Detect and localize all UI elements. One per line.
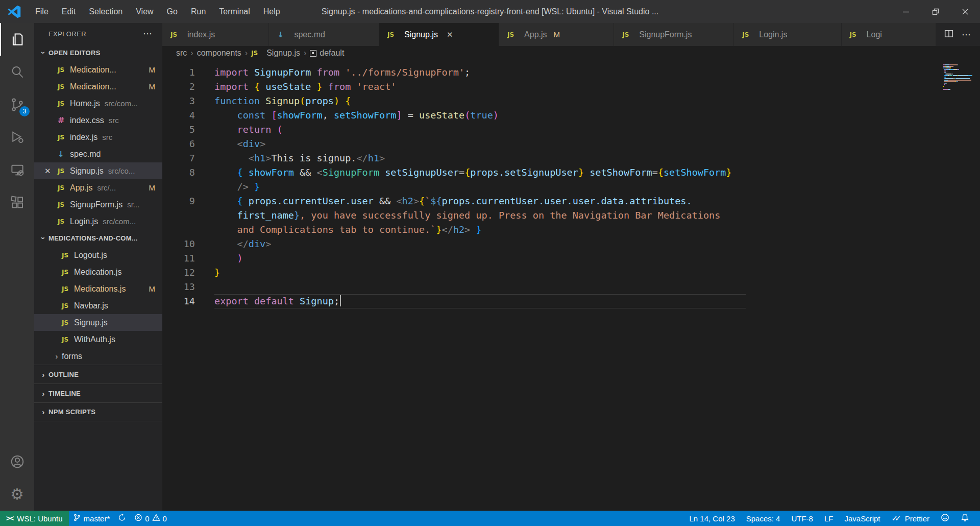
menu-file[interactable]: File [29,0,55,23]
indentation-item[interactable]: Spaces: 4 [741,511,786,526]
menu-edit[interactable]: Edit [55,0,83,23]
open-editor-home-js[interactable]: JSHome.jssrc/com... [34,95,162,112]
notifications-item[interactable] [955,511,975,526]
tree-item-forms[interactable]: ›forms [34,348,162,365]
source-control-icon[interactable]: 3 [0,88,34,121]
code-line[interactable]: 12} [162,266,980,280]
code-line[interactable]: /> } [162,180,980,194]
menu-selection[interactable]: Selection [82,0,129,23]
menu-run[interactable]: Run [184,0,212,23]
code-line[interactable]: 8 { showForm && <SignupForm setSignupUse… [162,165,980,180]
breadcrumb-src[interactable]: src [176,49,187,58]
views-and-more-actions-icon[interactable]: ⋯ [143,28,153,39]
open-editor-medication[interactable]: JSMedication...M [34,61,162,78]
restore-button[interactable] [921,0,950,23]
tree-item-withauth-js[interactable]: JSWithAuth.js [34,331,162,348]
js-file-icon: JS [507,31,520,38]
extensions-icon[interactable] [0,186,34,219]
open-editor-app-js[interactable]: JSApp.jssrc/...M [34,179,162,196]
tab-index-js[interactable]: JSindex.js [162,23,269,46]
js-file-icon: JS [622,31,634,38]
tree-item-medications-js[interactable]: JSMedications.jsM [34,280,162,297]
language-mode-item[interactable]: JavaScript [839,511,886,526]
close-icon[interactable]: ✕ [44,166,58,176]
menu-view[interactable]: View [129,0,160,23]
tab-app-js[interactable]: JSApp.jsM [499,23,614,46]
git-branch-item[interactable]: master* [69,511,114,526]
code-line[interactable]: 1import SignupForm from '../forms/Signup… [162,65,980,80]
md-file-icon: ↓ [277,30,289,39]
minimap-line [943,78,973,79]
section-title: OUTLINE [48,371,79,378]
close-window-button[interactable] [950,0,980,23]
code-line[interactable]: 9 { props.currentUser.user && <h2>{`${pr… [162,194,980,208]
breadcrumb-components[interactable]: components [197,49,241,58]
section-npm-scripts[interactable]: ›NPM SCRIPTS [34,402,162,421]
open-editor-index-css[interactable]: #index.csssrc [34,112,162,129]
feedback-item[interactable] [935,511,955,526]
eol-item[interactable]: LF [819,511,839,526]
split-editor-icon[interactable] [944,29,953,40]
sync-changes-button[interactable] [114,511,130,526]
explorer-icon[interactable] [0,23,34,56]
tab-signup-js[interactable]: JSSignup.js✕ [379,23,499,46]
problems-item[interactable]: 0 0 [130,511,171,526]
encoding-item[interactable]: UTF-8 [786,511,819,526]
tab-spec-md[interactable]: ↓spec.md [269,23,379,46]
settings-gear-icon[interactable]: ⚙ [0,478,34,511]
code-line[interactable]: 11 ) [162,251,980,266]
code-line[interactable]: 7 <h1>This is signup.</h1> [162,151,980,165]
tab-logi[interactable]: JSLogi [842,23,936,46]
more-actions-icon[interactable]: ⋯ [962,29,972,40]
code-line[interactable]: and Complications tab to continue.`}</h2… [162,223,980,237]
menu-help[interactable]: Help [257,0,287,23]
open-editors-header[interactable]: › OPEN EDITORS [34,44,162,61]
open-editor-signup-js[interactable]: ✕JSSignup.jssrc/co... [34,162,162,179]
double-check-icon: ✓✓ [892,514,898,523]
open-editor-index-js[interactable]: JSindex.jssrc [34,129,162,146]
section-timeline[interactable]: ›TIMELINE [34,384,162,402]
menu-go[interactable]: Go [160,0,184,23]
code-line[interactable]: 2import { useState } from 'react' [162,80,980,94]
formatter-item[interactable]: ✓✓ Prettier [886,511,936,526]
cursor-position-item[interactable]: Ln 14, Col 23 [684,511,741,526]
open-editor-medication[interactable]: JSMedication...M [34,78,162,95]
tree-item-navbar-js[interactable]: JSNavbar.js [34,297,162,314]
open-editor-login-js[interactable]: JSLogin.jssrc/com... [34,213,162,230]
open-editor-spec-md[interactable]: ↓spec.md [34,146,162,162]
search-icon[interactable] [0,56,34,88]
menu-terminal[interactable]: Terminal [212,0,256,23]
run-and-debug-icon[interactable] [0,121,34,154]
breadcrumb-default[interactable]: default [310,49,344,58]
code-line[interactable]: 14export default Signup; [162,294,980,308]
code-line[interactable]: 3function Signup(props) { [162,94,980,108]
js-file-icon: JS [850,31,862,38]
remote-indicator[interactable]: >< WSL: Ubuntu [0,511,69,526]
code-line[interactable]: 10 </div> [162,237,980,251]
line-number: 14 [162,294,195,308]
tree-item-signup-js[interactable]: JSSignup.js [34,314,162,331]
remote-explorer-icon[interactable] [0,154,34,186]
code-line[interactable]: 13 [162,280,980,294]
tree-item-medication-js[interactable]: JSMedication.js [34,264,162,280]
token: true [470,110,493,121]
section-outline[interactable]: ›OUTLINE [34,365,162,384]
token: } [294,210,300,221]
open-editor-signupform-js[interactable]: JSSignupForm.jssr... [34,196,162,213]
tab-signupform-js[interactable]: JSSignupForm.js [614,23,734,46]
breadcrumb-signup-js[interactable]: JSSignup.js [251,49,300,58]
folder-section-header[interactable]: › MEDICATIONS-AND-COM... [34,230,162,247]
tree-item-logout-js[interactable]: JSLogout.js [34,247,162,264]
code-line[interactable]: 4 const [showForm, setShowForm] = useSta… [162,108,980,123]
minimap-seg [950,69,953,70]
minimize-button[interactable] [891,0,921,23]
tab-login-js[interactable]: JSLogin.js [734,23,841,46]
code-line[interactable]: first_name}, you have successfully signe… [162,208,980,223]
code-editor[interactable]: 1import SignupForm from '../forms/Signup… [162,60,980,511]
minimap-seg [943,86,944,87]
accounts-icon[interactable] [0,445,34,478]
code-line[interactable]: 6 <div> [162,137,980,151]
close-icon[interactable]: ✕ [447,30,453,39]
code-line[interactable]: 5 return ( [162,123,980,137]
minimap[interactable] [943,64,973,90]
